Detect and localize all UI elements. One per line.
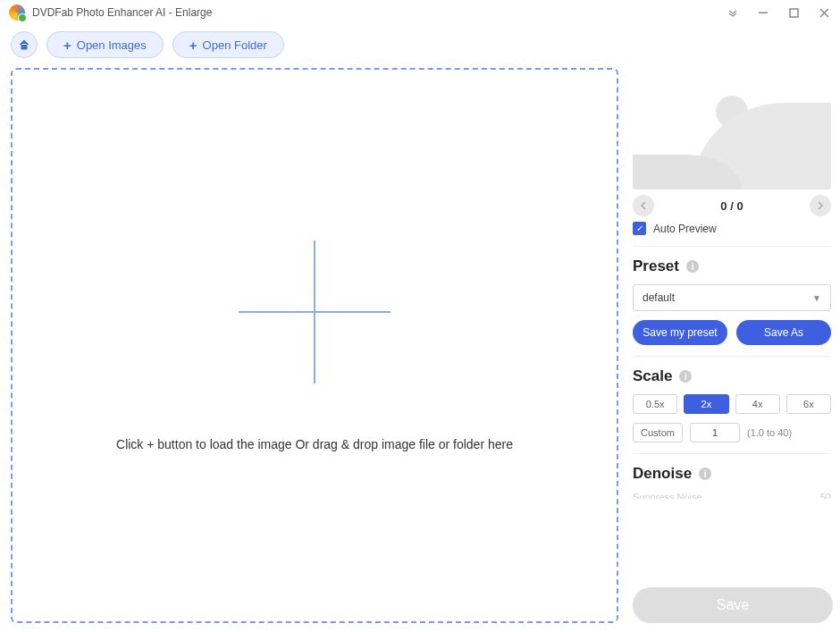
scale-title: Scale — [633, 367, 672, 385]
open-images-label: Open Images — [77, 38, 147, 52]
prev-image-button[interactable] — [633, 195, 654, 216]
scale-option-1[interactable]: 2x — [684, 394, 728, 414]
drop-hint: Click + button to load the image Or drag… — [116, 437, 513, 451]
minimize-button[interactable] — [756, 5, 770, 20]
auto-preview-row: ✓ Auto Preview — [633, 222, 831, 247]
scale-option-3[interactable]: 6x — [786, 394, 831, 414]
titlebar-left: DVDFab Photo Enhancer AI - Enlarge — [9, 4, 212, 21]
open-folder-label: Open Folder — [203, 38, 267, 52]
close-button[interactable] — [817, 5, 831, 20]
chevron-down-icon: ▼ — [812, 293, 821, 303]
info-icon[interactable]: i — [686, 260, 699, 273]
preset-title: Preset — [633, 257, 679, 275]
save-as-button[interactable]: Save As — [736, 320, 831, 345]
preview-nav: 0 / 0 — [633, 190, 831, 222]
next-image-button[interactable] — [810, 195, 831, 216]
preset-select[interactable]: default ▼ — [633, 284, 831, 311]
plus-icon: + — [63, 38, 71, 52]
add-image-icon — [239, 240, 391, 383]
scale-section: Scale i 0.5x 2x 4x 6x Custom (1.0 to 40) — [633, 357, 831, 454]
app-title: DVDFab Photo Enhancer AI - Enlarge — [32, 6, 212, 19]
window-controls — [726, 5, 831, 20]
suppress-noise-value: 50 — [820, 492, 831, 499]
info-icon[interactable]: i — [679, 370, 692, 383]
maximize-button[interactable] — [786, 5, 801, 20]
preset-section: Preset i default ▼ Save my preset Save A… — [633, 247, 831, 357]
app-logo-icon — [9, 4, 25, 21]
preset-selected: default — [643, 291, 675, 304]
auto-preview-checkbox[interactable]: ✓ — [633, 222, 646, 235]
scale-custom-button[interactable]: Custom — [633, 423, 683, 442]
info-icon[interactable]: i — [699, 468, 711, 480]
menu-icon[interactable] — [726, 5, 740, 20]
scale-custom-input[interactable] — [690, 423, 740, 442]
save-button[interactable]: Save — [633, 587, 833, 623]
open-folder-button[interactable]: + Open Folder — [172, 31, 284, 58]
svg-rect-1 — [790, 9, 798, 17]
main-area: Click + button to load the image Or drag… — [0, 64, 840, 632]
denoise-section: Denoise i Suppress Noise 50 — [633, 454, 831, 499]
save-my-preset-button[interactable]: Save my preset — [633, 320, 727, 345]
sidebar: 0 / 0 ✓ Auto Preview Preset i — [633, 68, 833, 623]
scale-option-0[interactable]: 0.5x — [633, 394, 677, 414]
auto-preview-label: Auto Preview — [653, 223, 717, 235]
toolbar: + Open Images + Open Folder — [0, 25, 840, 64]
scale-option-2[interactable]: 4x — [735, 394, 780, 414]
dropzone[interactable]: Click + button to load the image Or drag… — [11, 68, 618, 623]
home-button[interactable] — [11, 31, 38, 58]
denoise-title: Denoise — [633, 465, 692, 483]
plus-icon: + — [189, 38, 197, 52]
open-images-button[interactable]: + Open Images — [46, 31, 164, 58]
preview-thumbnail — [633, 73, 831, 190]
image-counter: 0 / 0 — [720, 199, 743, 213]
suppress-noise-label: Suppress Noise — [633, 492, 702, 499]
scale-range-hint: (1.0 to 40) — [747, 427, 792, 438]
svg-rect-0 — [759, 13, 768, 14]
titlebar: DVDFab Photo Enhancer AI - Enlarge — [0, 0, 840, 25]
